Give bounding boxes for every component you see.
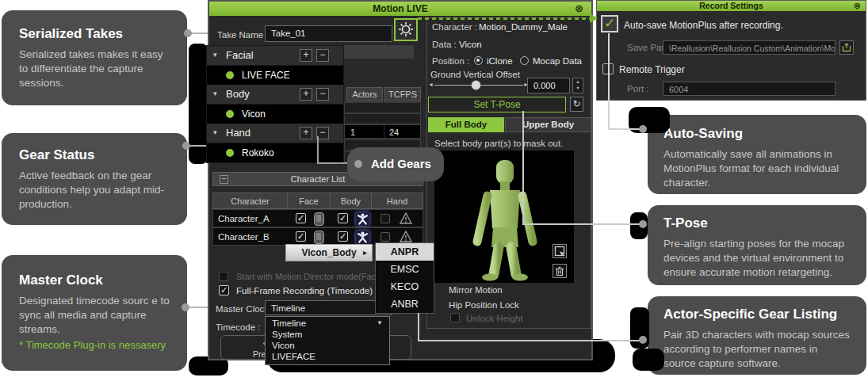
- feature-overview: Serialized Takes Serialized takes makes …: [0, 0, 868, 385]
- connector-dot: [182, 303, 189, 311]
- close-icon[interactable]: ⊗: [575, 2, 583, 15]
- shadow-blob: [633, 349, 664, 371]
- gear-group-hand[interactable]: ▾ Hand + −: [207, 124, 343, 143]
- body-mask-viewport[interactable]: [434, 151, 574, 283]
- connector-line: [522, 223, 644, 225]
- connector-line: [522, 111, 524, 225]
- gear-group-body[interactable]: ▾ Body + −: [207, 85, 343, 105]
- tab-upper-body[interactable]: Upper Body: [505, 117, 591, 132]
- add-gear-button[interactable]: +: [300, 88, 312, 101]
- window-titlebar[interactable]: Motion LIVE ⊗: [209, 2, 591, 16]
- face-checkbox[interactable]: ✓: [296, 231, 306, 242]
- delete-button[interactable]: [553, 264, 567, 278]
- motion-director-checkbox[interactable]: [219, 272, 228, 281]
- dropdown-item-liveface[interactable]: LIVEFACE: [266, 351, 389, 362]
- divider: [384, 125, 384, 138]
- callout-gear-status: Gear Status Active feedback on the gear …: [2, 133, 187, 225]
- dropdown-item-timeline[interactable]: Timeline: [266, 318, 389, 329]
- mirror-motion-label[interactable]: Mirror Motion: [449, 285, 503, 295]
- browse-path-button[interactable]: [839, 40, 854, 55]
- gear-group-facial[interactable]: ▾ Facial + −: [207, 46, 343, 66]
- hip-lock-label[interactable]: Hip Position Lock: [449, 300, 519, 310]
- spin-up-icon[interactable]: ▲: [573, 78, 583, 86]
- radio-iclone[interactable]: [474, 56, 483, 65]
- full-frame-checkbox[interactable]: ✓: [219, 285, 229, 295]
- offset-spinner[interactable]: ▲ ▼: [572, 78, 583, 93]
- menu-item-anbr[interactable]: ANBR: [376, 295, 434, 313]
- status-dot: [226, 110, 234, 118]
- connector-dot: [639, 220, 647, 228]
- col-hand[interactable]: Hand: [371, 192, 423, 209]
- port-input[interactable]: 6004: [663, 82, 835, 96]
- dropdown-item-system[interactable]: System: [266, 329, 389, 340]
- menu-item-emsc[interactable]: EMSC: [376, 261, 434, 278]
- col-face[interactable]: Face: [287, 192, 331, 209]
- unlock-height-checkbox[interactable]: [450, 313, 460, 322]
- dropdown-item-vicon[interactable]: Vicon: [266, 340, 389, 351]
- spin-down-icon[interactable]: ▼: [573, 86, 583, 90]
- ground-offset-value[interactable]: 0.000: [527, 78, 570, 93]
- collapse-icon[interactable]: ▾: [213, 128, 217, 136]
- phone-icon: [314, 212, 324, 226]
- callout-body: Pair 3D characters with mocap sources ac…: [663, 328, 851, 370]
- gear-item-rokoko[interactable]: Rokoko: [207, 143, 343, 162]
- collapse-icon[interactable]: ▾: [213, 51, 217, 59]
- collapse-button[interactable]: −: [220, 175, 228, 184]
- dummy-character: [434, 151, 574, 283]
- remove-gear-button[interactable]: −: [316, 88, 329, 101]
- master-clock-dropdown: Timeline ▼ System Vicon LIVEFACE: [265, 316, 390, 365]
- gear-group-label: Facial: [226, 49, 254, 61]
- callout-title: Master Clock: [19, 273, 170, 288]
- collapse-icon[interactable]: ▾: [213, 90, 217, 97]
- master-clock-field[interactable]: Timeline: [265, 300, 392, 315]
- context-menu-vicon-body[interactable]: Vicon_Body ▸: [285, 244, 373, 261]
- gear-submenu: ANPR EMSC KECO ANBR: [375, 242, 434, 314]
- full-frame-label: Full-Frame Recording (Timecode): [236, 286, 373, 295]
- phone-icon: [314, 231, 324, 244]
- radio-iclone-label[interactable]: iClone: [487, 56, 513, 66]
- close-icon[interactable]: ⊗: [854, 1, 861, 10]
- col-character[interactable]: Character: [212, 192, 288, 209]
- menu-item-anpr[interactable]: ANPR: [376, 243, 434, 261]
- take-name-label: Take Name :: [217, 30, 269, 40]
- add-gear-button[interactable]: +: [300, 49, 312, 62]
- select-area-icon: [554, 246, 565, 257]
- table-row-character-a[interactable]: Character_A ✓ ✓: [212, 209, 423, 227]
- menu-item-keco[interactable]: KECO: [376, 278, 434, 295]
- radio-mocap-label[interactable]: Mocap Data: [533, 56, 582, 66]
- face-checkbox[interactable]: ✓: [296, 213, 306, 223]
- record-settings-titlebar[interactable]: Record Settings ⊗: [597, 1, 866, 11]
- hand-checkbox[interactable]: [380, 232, 390, 242]
- remove-gear-button[interactable]: −: [316, 49, 329, 62]
- timecode-label: Timecode :: [216, 322, 260, 332]
- set-tpose-button[interactable]: Set T-Pose: [428, 97, 566, 112]
- connector-line: [418, 340, 644, 341]
- connector-dot: [354, 160, 362, 168]
- slider-handle[interactable]: [471, 80, 481, 90]
- gear-group-label: Hand: [226, 127, 250, 139]
- autosave-checkbox[interactable]: ✓: [601, 15, 618, 32]
- body-checkbox[interactable]: ✓: [338, 213, 348, 223]
- save-path-input[interactable]: \Reallusion\Reallusion Custom\Animation\…: [663, 40, 835, 55]
- callout-body: Pre-align starting poses for the mocap d…: [663, 237, 851, 279]
- reset-button[interactable]: ↻: [570, 97, 583, 112]
- col-body[interactable]: Body: [330, 192, 372, 209]
- add-gear-button[interactable]: +: [300, 127, 312, 139]
- select-area-button[interactable]: [553, 244, 567, 258]
- body-checkbox[interactable]: ✓: [338, 231, 348, 242]
- radio-mocap-data[interactable]: [520, 56, 529, 65]
- gear-item-live-face[interactable]: LIVE FACE: [207, 66, 343, 85]
- dropdown-arrow-icon[interactable]: ▼: [377, 319, 383, 326]
- gear-group-label: Body: [226, 88, 250, 100]
- tab-full-body[interactable]: Full Body: [428, 117, 504, 132]
- connector-line: [189, 307, 209, 308]
- submenu-arrow-icon: ▸: [363, 245, 367, 261]
- take-name-input[interactable]: Take_01: [265, 25, 392, 42]
- callout-note: * Timecode Plug-in is nessasery: [19, 339, 170, 351]
- actors-data-row[interactable]: 1 24: [344, 124, 421, 139]
- gear-item-vicon[interactable]: Vicon: [207, 105, 343, 124]
- gear-settings-button[interactable]: [394, 18, 418, 41]
- gear-item-label: Rokoko: [242, 147, 274, 158]
- add-gears-label: Add Gears: [371, 157, 431, 170]
- hand-checkbox[interactable]: [380, 214, 390, 223]
